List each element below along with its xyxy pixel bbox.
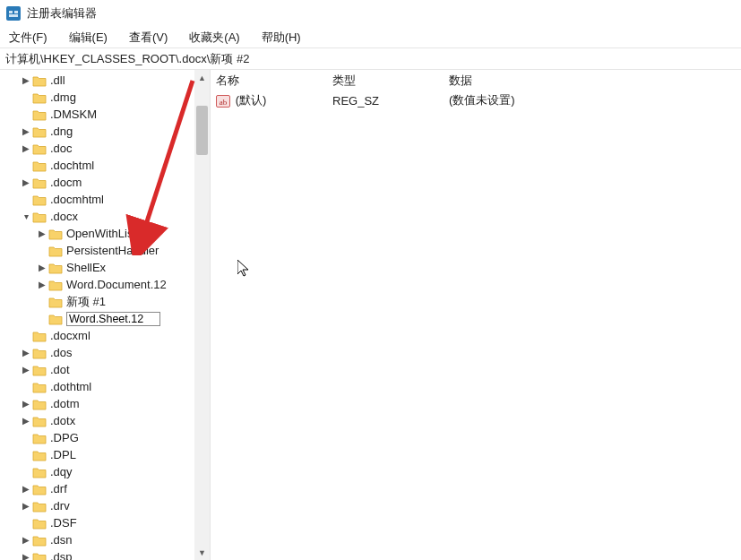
menu-view[interactable]: 查看(V): [122, 28, 175, 47]
col-name[interactable]: 名称: [216, 73, 332, 89]
folder-icon: [32, 432, 47, 444]
tree-node-label: PersistentHandler: [66, 244, 159, 257]
expand-icon[interactable]: ▶: [36, 263, 48, 272]
folder-icon: [32, 534, 47, 547]
tree-node--doc[interactable]: ▶.doc: [0, 140, 210, 157]
tree-node--dot[interactable]: ▶.dot: [0, 361, 210, 378]
expand-icon[interactable]: ▶: [20, 399, 32, 409]
value-data: (数值未设置): [449, 92, 741, 108]
tree-node-label: .docmhtml: [50, 193, 104, 206]
folder-icon: [32, 551, 47, 561]
folder-icon: [32, 142, 47, 155]
collapse-icon[interactable]: ▾: [20, 211, 32, 221]
tree-node-label: .docx: [50, 210, 78, 223]
expand-icon[interactable]: ▶: [20, 416, 32, 426]
col-type[interactable]: 类型: [332, 73, 449, 89]
tree-node-word-document-12[interactable]: ▶Word.Document.12: [0, 276, 210, 293]
folder-icon: [32, 177, 47, 189]
folder-icon: [32, 517, 47, 530]
tree-node-label: .dothtml: [50, 380, 91, 393]
col-data[interactable]: 数据: [449, 73, 741, 89]
folder-icon: [32, 500, 47, 513]
expand-icon[interactable]: ▶: [20, 177, 32, 187]
menu-edit[interactable]: 编辑(E): [62, 28, 115, 47]
expand-icon[interactable]: ▶: [20, 365, 32, 375]
value-name: (默认): [236, 93, 267, 107]
tree-node-label: .dng: [50, 125, 73, 138]
tree-node-label: .dos: [50, 346, 73, 359]
tree-node--dsf[interactable]: ▶.DSF: [0, 514, 210, 531]
tree-scrollbar[interactable]: ▲ ▼: [194, 70, 210, 560]
tree-node--dmskm[interactable]: ▶.DMSKM: [0, 106, 210, 123]
tree-node--1[interactable]: ▶新项 #1: [0, 293, 210, 310]
tree-node--dpl[interactable]: ▶.DPL: [0, 446, 210, 463]
rename-input[interactable]: [66, 312, 160, 326]
tree-node-persistenthandler[interactable]: ▶PersistentHandler: [0, 242, 210, 259]
tree-node--docxml[interactable]: ▶.docxml: [0, 327, 210, 344]
expand-icon[interactable]: ▶: [20, 126, 32, 136]
scroll-thumb[interactable]: [196, 106, 208, 155]
folder-icon: [32, 125, 47, 138]
tree-node-label: .dmg: [50, 90, 76, 104]
tree-node-label: .doc: [50, 142, 73, 155]
folder-icon: [32, 211, 47, 223]
tree-node-label: ShellEx: [66, 261, 106, 274]
folder-icon: [32, 449, 47, 461]
expand-icon[interactable]: ▶: [20, 143, 32, 153]
list-row[interactable]: (默认) REG_SZ (数值未设置): [211, 91, 741, 109]
tree-node--dqy[interactable]: ▶.dqy: [0, 463, 210, 480]
tree-node-openwithlist[interactable]: ▶OpenWithList: [0, 225, 210, 242]
folder-icon: [48, 313, 63, 325]
folder-icon: [32, 330, 47, 342]
menu-file[interactable]: 文件(F): [2, 28, 55, 47]
tree-node--dos[interactable]: ▶.dos: [0, 344, 210, 361]
expand-icon[interactable]: ▶: [20, 552, 32, 560]
folder-icon: [48, 279, 63, 291]
tree-node--dothtml[interactable]: ▶.dothtml: [0, 378, 210, 395]
tree-node--dmg[interactable]: ▶.dmg: [0, 89, 210, 106]
tree-node-word-sheet-12[interactable]: ▶: [0, 310, 210, 327]
expand-icon[interactable]: ▶: [20, 501, 32, 511]
tree-node--dotm[interactable]: ▶.dotm: [0, 395, 210, 412]
tree-node-label: .docm: [50, 176, 82, 189]
value-name-cell: (默认): [216, 92, 332, 108]
tree-node-shellex[interactable]: ▶ShellEx: [0, 259, 210, 276]
expand-icon[interactable]: ▶: [20, 484, 32, 494]
menu-favorites[interactable]: 收藏夹(A): [182, 28, 246, 47]
tree-node-label: .dsn: [50, 533, 73, 547]
expand-icon[interactable]: ▶: [20, 348, 32, 358]
tree-node--docm[interactable]: ▶.docm: [0, 174, 210, 191]
folder-icon: [32, 381, 47, 393]
menu-help[interactable]: 帮助(H): [254, 28, 308, 47]
tree-node--dsp[interactable]: ▶.dsp: [0, 548, 210, 560]
string-value-icon: [216, 95, 230, 108]
tree-node--dng[interactable]: ▶.dng: [0, 123, 210, 140]
tree-node--drf[interactable]: ▶.drf: [0, 480, 210, 497]
tree-node--drv[interactable]: ▶.drv: [0, 497, 210, 514]
tree-node-label: .dsp: [50, 550, 73, 560]
registry-tree[interactable]: ▶.dll▶.dmg▶.DMSKM▶.dng▶.doc▶.dochtml▶.do…: [0, 70, 210, 560]
tree-node-label: .dqy: [50, 465, 73, 478]
tree-pane: ▶.dll▶.dmg▶.DMSKM▶.dng▶.doc▶.dochtml▶.do…: [0, 70, 211, 560]
scroll-down-icon[interactable]: ▼: [194, 545, 210, 560]
folder-icon: [32, 347, 47, 359]
scroll-up-icon[interactable]: ▲: [194, 70, 210, 85]
address-bar[interactable]: 计算机\HKEY_CLASSES_ROOT\.docx\新项 #2: [0, 48, 741, 70]
tree-node--dochtml[interactable]: ▶.dochtml: [0, 157, 210, 174]
expand-icon[interactable]: ▶: [36, 228, 48, 238]
tree-node-label: .dot: [50, 363, 70, 376]
tree-node--docmhtml[interactable]: ▶.docmhtml: [0, 191, 210, 208]
folder-icon: [32, 194, 47, 206]
expand-icon[interactable]: ▶: [36, 280, 48, 289]
expand-icon[interactable]: ▶: [20, 75, 32, 85]
tree-node--dsn[interactable]: ▶.dsn: [0, 531, 210, 548]
folder-icon: [48, 262, 63, 274]
folder-icon: [32, 483, 47, 495]
tree-node-label: .docxml: [50, 329, 90, 342]
menu-bar: 文件(F) 编辑(E) 查看(V) 收藏夹(A) 帮助(H): [0, 27, 741, 48]
tree-node--dpg[interactable]: ▶.DPG: [0, 429, 210, 446]
expand-icon[interactable]: ▶: [20, 535, 32, 545]
tree-node--docx[interactable]: ▾.docx: [0, 208, 210, 225]
tree-node--dotx[interactable]: ▶.dotx: [0, 412, 210, 429]
tree-node--dll[interactable]: ▶.dll: [0, 72, 210, 89]
